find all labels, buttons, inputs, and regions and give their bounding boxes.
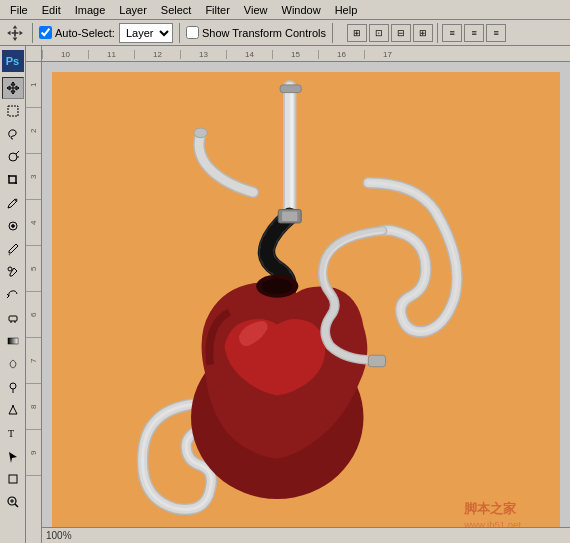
transform-btn-6[interactable]: ≡ [464, 24, 484, 42]
svg-point-2 [14, 199, 17, 202]
menu-layer[interactable]: Layer [113, 2, 153, 18]
svg-rect-19 [368, 355, 385, 367]
canvas-content: 脚本之家 www.jb51.net [52, 72, 560, 533]
move-tool-btn[interactable] [2, 77, 24, 99]
ruler-mark-14: 14 [226, 50, 272, 59]
svg-point-1 [9, 153, 17, 161]
history-brush-btn[interactable] [2, 284, 24, 306]
canvas-area: 10 11 12 13 14 15 16 17 1 2 3 4 5 6 7 8 [26, 46, 570, 543]
path-select-btn[interactable] [2, 445, 24, 467]
layer-select[interactable]: Layer [119, 23, 173, 43]
transform-btn-2[interactable]: ⊡ [369, 24, 389, 42]
ruler-mark-16: 16 [318, 50, 364, 59]
svg-point-7 [10, 383, 16, 389]
menu-image[interactable]: Image [69, 2, 112, 18]
type-btn[interactable]: T [2, 422, 24, 444]
svg-rect-5 [9, 316, 17, 321]
ruler-corner [26, 46, 42, 62]
shape-btn[interactable] [2, 468, 24, 490]
menu-filter[interactable]: Filter [199, 2, 235, 18]
canvas-with-ruler: 1 2 3 4 5 6 7 8 9 [26, 62, 570, 543]
toolbar-sep-3 [332, 23, 333, 43]
menu-help[interactable]: Help [329, 2, 364, 18]
ruler-mark-17: 17 [364, 50, 410, 59]
transform-controls: ⊞ ⊡ ⊟ ⊞ ≡ ≡ ≡ [347, 23, 506, 43]
transform-btn-5[interactable]: ≡ [442, 24, 462, 42]
zoom-btn[interactable] [2, 491, 24, 513]
marquee-tool-btn[interactable] [2, 100, 24, 122]
lasso-tool-btn[interactable] [2, 123, 24, 145]
move-tool-options-icon[interactable] [4, 22, 26, 44]
eyedropper-btn[interactable] [2, 192, 24, 214]
svg-rect-15 [282, 211, 297, 221]
menubar: File Edit Image Layer Select Filter View… [0, 0, 570, 20]
menu-window[interactable]: Window [276, 2, 327, 18]
menu-file[interactable]: File [4, 2, 34, 18]
show-transform-checkbox[interactable] [186, 26, 199, 39]
ps-logo: Ps [2, 50, 24, 72]
brush-tool-btn[interactable] [2, 238, 24, 260]
svg-rect-0 [8, 106, 18, 116]
eraser-btn[interactable] [2, 307, 24, 329]
clone-stamp-btn[interactable] [2, 261, 24, 283]
ruler-v-5: 5 [26, 246, 41, 292]
status-bar: 100% [42, 527, 570, 543]
auto-select-label: Auto-Select: [39, 26, 115, 39]
ruler-v-1: 1 [26, 62, 41, 108]
ruler-top-marks: 10 11 12 13 14 15 16 17 [42, 50, 410, 61]
dodge-btn[interactable] [2, 376, 24, 398]
svg-point-4 [8, 267, 12, 271]
ruler-v-3: 3 [26, 154, 41, 200]
transform-btn-1[interactable]: ⊞ [347, 24, 367, 42]
menu-view[interactable]: View [238, 2, 274, 18]
ruler-mark-10: 10 [42, 50, 88, 59]
zoom-level: 100% [46, 530, 72, 541]
toolbar-sep-1 [32, 23, 33, 43]
transform-btn-7[interactable]: ≡ [486, 24, 506, 42]
svg-point-12 [194, 128, 207, 138]
canvas[interactable]: 脚本之家 www.jb51.net 100% [42, 62, 570, 543]
menu-edit[interactable]: Edit [36, 2, 67, 18]
pen-btn[interactable] [2, 399, 24, 421]
ruler-mark-12: 12 [134, 50, 180, 59]
ruler-v-2: 2 [26, 108, 41, 154]
ruler-v-7: 7 [26, 338, 41, 384]
heart-illustration: 脚本之家 www.jb51.net [52, 72, 560, 533]
svg-rect-6 [8, 338, 18, 344]
transform-btn-4[interactable]: ⊞ [413, 24, 433, 42]
ruler-mark-15: 15 [272, 50, 318, 59]
healing-brush-btn[interactable] [2, 215, 24, 237]
gradient-btn[interactable] [2, 330, 24, 352]
ruler-v-8: 8 [26, 384, 41, 430]
crop-tool-btn[interactable] [2, 169, 24, 191]
svg-text:脚本之家: 脚本之家 [463, 501, 517, 516]
main-area: Ps [0, 46, 570, 543]
svg-rect-13 [280, 85, 301, 93]
ruler-v-6: 6 [26, 292, 41, 338]
svg-text:T: T [8, 428, 14, 439]
toolbar: Auto-Select: Layer Show Transform Contro… [0, 20, 570, 46]
toolbar-sep-4 [437, 23, 438, 43]
toolbar-sep-2 [179, 23, 180, 43]
quick-select-btn[interactable] [2, 146, 24, 168]
ruler-mark-11: 11 [88, 50, 134, 59]
show-transform-label: Show Transform Controls [186, 26, 326, 39]
ruler-top: 10 11 12 13 14 15 16 17 [26, 46, 570, 62]
transform-btn-3[interactable]: ⊟ [391, 24, 411, 42]
ruler-v-4: 4 [26, 200, 41, 246]
tools-sidebar: Ps [0, 46, 26, 543]
ruler-v-9: 9 [26, 430, 41, 476]
auto-select-checkbox[interactable] [39, 26, 52, 39]
heart-scene: 脚本之家 www.jb51.net [52, 72, 560, 533]
svg-point-18 [262, 279, 293, 294]
ruler-left: 1 2 3 4 5 6 7 8 9 [26, 62, 42, 543]
ruler-mark-13: 13 [180, 50, 226, 59]
blur-btn[interactable] [2, 353, 24, 375]
svg-rect-10 [9, 475, 17, 483]
menu-select[interactable]: Select [155, 2, 198, 18]
svg-point-8 [12, 405, 14, 407]
